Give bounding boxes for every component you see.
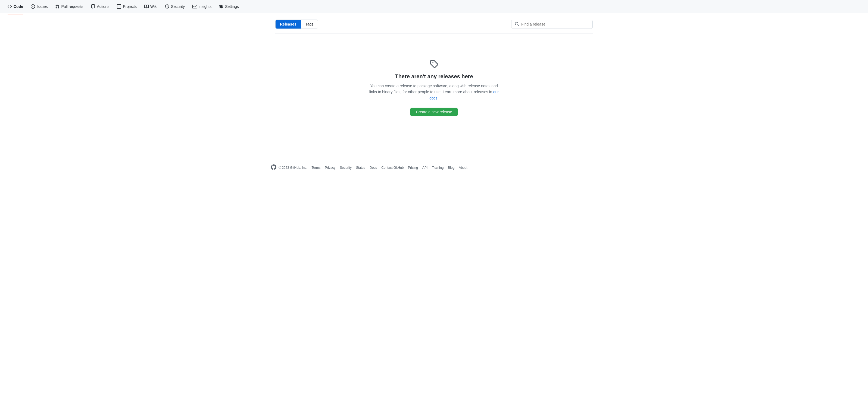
- footer-link-terms[interactable]: Terms: [312, 166, 321, 170]
- issue-icon: [31, 4, 35, 9]
- nav-insights-label: Insights: [198, 4, 211, 9]
- nav-pr-label: Pull requests: [61, 4, 83, 9]
- nav-item-settings[interactable]: Settings: [216, 2, 242, 11]
- tag-icon: [430, 60, 438, 69]
- search-icon: [515, 22, 519, 27]
- footer-link-status[interactable]: Status: [356, 166, 365, 170]
- footer-copyright: © 2023 GitHub, Inc.: [279, 166, 307, 170]
- header-divider: [275, 33, 593, 33]
- settings-icon: [219, 4, 223, 9]
- nav-item-insights[interactable]: Insights: [189, 2, 215, 11]
- empty-state-text: You can create a release to package soft…: [369, 84, 498, 94]
- footer-link-security[interactable]: Security: [340, 166, 352, 170]
- nav-item-code[interactable]: Code: [4, 2, 26, 11]
- search-input[interactable]: [521, 22, 589, 26]
- nav-item-issues[interactable]: Issues: [27, 2, 51, 11]
- nav-item-projects[interactable]: Projects: [114, 2, 140, 11]
- security-icon: [165, 4, 169, 9]
- nav-wiki-label: Wiki: [150, 4, 157, 9]
- tags-tab[interactable]: Tags: [301, 20, 318, 29]
- wiki-icon: [144, 4, 149, 9]
- projects-icon: [117, 4, 121, 9]
- footer-link-docs[interactable]: Docs: [370, 166, 377, 170]
- footer: © 2023 GitHub, Inc. Terms Privacy Securi…: [0, 158, 868, 177]
- insights-icon: [192, 4, 197, 9]
- empty-state-description: You can create a release to package soft…: [369, 83, 499, 101]
- actions-icon: [91, 4, 95, 9]
- footer-link-training[interactable]: Training: [432, 166, 443, 170]
- footer-brand: © 2023 GitHub, Inc.: [271, 164, 307, 171]
- nav-item-wiki[interactable]: Wiki: [141, 2, 161, 11]
- search-box: [511, 20, 593, 29]
- footer-link-pricing[interactable]: Pricing: [408, 166, 418, 170]
- empty-state-title: There aren't any releases here: [395, 73, 473, 80]
- releases-header: Releases Tags: [275, 20, 593, 29]
- nav-actions-label: Actions: [97, 4, 109, 9]
- nav-item-pull-requests[interactable]: Pull requests: [52, 2, 86, 11]
- footer-link-about[interactable]: About: [459, 166, 467, 170]
- main-content: Releases Tags There aren't any releases …: [271, 13, 597, 145]
- code-icon: [8, 4, 12, 9]
- empty-state: There aren't any releases here You can c…: [275, 38, 593, 138]
- nav-item-security[interactable]: Security: [162, 2, 188, 11]
- footer-link-privacy[interactable]: Privacy: [325, 166, 335, 170]
- footer-link-contact[interactable]: Contact GitHub: [381, 166, 404, 170]
- pr-icon: [55, 4, 60, 9]
- create-release-button[interactable]: Create a new release: [410, 108, 457, 116]
- empty-state-period: .: [437, 96, 439, 100]
- nav-settings-label: Settings: [225, 4, 239, 9]
- top-navigation: Code Issues Pull: [0, 0, 868, 13]
- nav-security-label: Security: [171, 4, 185, 9]
- nav-items-list: Code Issues Pull: [4, 2, 242, 11]
- releases-tab[interactable]: Releases: [276, 20, 301, 29]
- nav-projects-label: Projects: [123, 4, 137, 9]
- footer-links: Terms Privacy Security Status Docs Conta…: [312, 166, 467, 170]
- nav-item-actions[interactable]: Actions: [88, 2, 113, 11]
- footer-inner: © 2023 GitHub, Inc. Terms Privacy Securi…: [271, 164, 597, 171]
- tab-group: Releases Tags: [275, 20, 318, 29]
- nav-issues-label: Issues: [37, 4, 48, 9]
- footer-link-blog[interactable]: Blog: [448, 166, 454, 170]
- nav-code-label: Code: [13, 4, 23, 9]
- github-logo-icon: [271, 164, 276, 171]
- footer-link-api[interactable]: API: [422, 166, 428, 170]
